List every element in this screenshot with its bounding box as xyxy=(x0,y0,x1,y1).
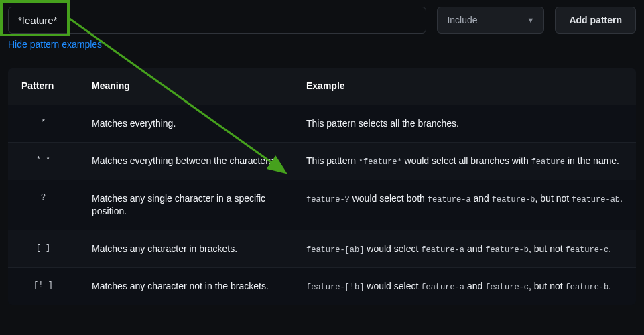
example-code: feature-b xyxy=(566,283,609,292)
example-code: feature-c xyxy=(485,283,529,292)
pattern-form: Include ▼ Add pattern xyxy=(0,0,644,34)
table-row: [! ]Matches any character not in the bra… xyxy=(8,268,636,306)
example-code: feature-? xyxy=(306,195,350,204)
example-code: feature-a xyxy=(428,195,471,204)
meaning-cell: Matches any single character in a specif… xyxy=(78,180,293,230)
meaning-cell: Matches everything between the character… xyxy=(78,142,293,180)
pattern-cell: [! ] xyxy=(8,268,78,306)
pattern-cell: ? xyxy=(8,180,78,230)
meaning-cell: Matches any character in brackets. xyxy=(78,230,293,267)
include-select-value: Include xyxy=(447,15,477,25)
meaning-cell: Matches everything. xyxy=(78,105,293,143)
example-code: *feature* xyxy=(359,157,402,167)
example-code: feature-a xyxy=(421,283,464,292)
example-cell: feature-[ab] would select feature-a and … xyxy=(293,230,636,267)
table-header-example: Example xyxy=(293,68,636,105)
example-code: feature-b xyxy=(485,245,529,255)
meaning-cell: Matches any character not in the bracket… xyxy=(78,268,293,306)
example-cell: feature-? would select both feature-a an… xyxy=(293,180,636,230)
hide-pattern-examples-link[interactable]: Hide pattern examples xyxy=(0,34,102,50)
add-pattern-button[interactable]: Add pattern xyxy=(555,7,636,34)
pattern-cell: [ ] xyxy=(8,230,78,267)
pattern-input[interactable] xyxy=(8,7,426,34)
example-code: feature-[!b] xyxy=(306,283,364,292)
example-code: feature-b xyxy=(492,195,535,204)
example-code: feature-a xyxy=(421,245,464,255)
table-row: * *Matches everything between the charac… xyxy=(8,142,636,180)
pattern-cell: * xyxy=(8,105,78,143)
table-row: *Matches everything.This pattern selects… xyxy=(8,105,636,143)
example-cell: This pattern *feature* would select all … xyxy=(293,142,636,180)
table-header-meaning: Meaning xyxy=(78,68,293,105)
pattern-examples-table: Pattern Meaning Example *Matches everyth… xyxy=(8,68,636,305)
example-code: feature-[ab] xyxy=(306,245,364,255)
example-cell: This pattern selects all the branches. xyxy=(293,105,636,143)
table-row: ?Matches any single character in a speci… xyxy=(8,180,636,230)
pattern-cell: * * xyxy=(8,142,78,180)
include-select[interactable]: Include ▼ xyxy=(437,7,544,34)
example-cell: feature-[!b] would select feature-a and … xyxy=(293,268,636,306)
example-code: feature-ab xyxy=(572,195,620,204)
table-row: [ ]Matches any character in brackets.fea… xyxy=(8,230,636,267)
example-code: feature-c xyxy=(566,245,609,255)
chevron-down-icon: ▼ xyxy=(527,16,535,24)
example-code: feature xyxy=(531,157,565,167)
table-header-pattern: Pattern xyxy=(8,68,78,105)
